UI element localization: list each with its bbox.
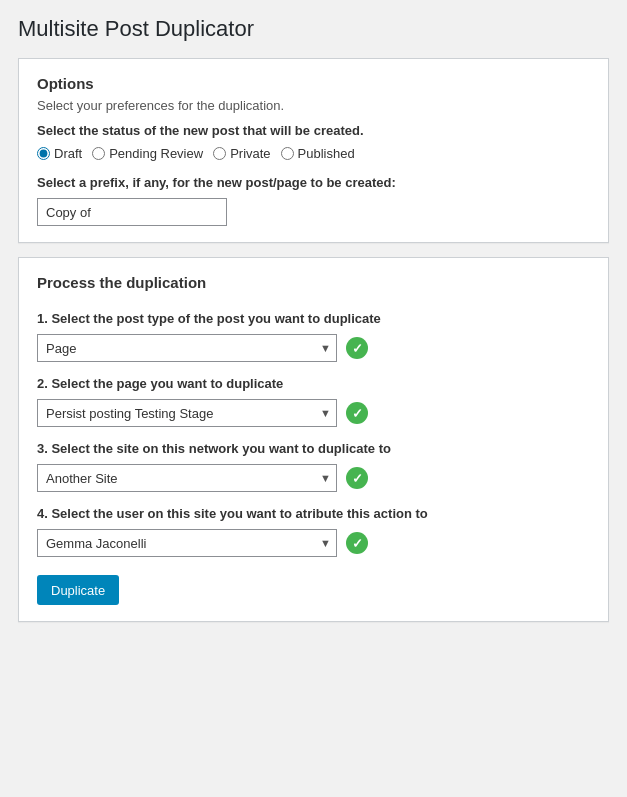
user-select[interactable]: Gemma Jaconelli Admin User Editor User [37,529,337,557]
step2-check-circle [346,402,368,424]
radio-published-input[interactable] [281,147,294,160]
step4-check-icon [345,531,369,555]
radio-pending[interactable]: Pending Review [92,146,203,161]
step4-check-circle [346,532,368,554]
step2-row: Persist posting Testing Stage Home About… [37,399,590,427]
options-section-title: Options [37,75,590,92]
step3-check-circle [346,467,368,489]
process-section-title: Process the duplication [37,274,590,291]
step3-label: 3. Select the site on this network you w… [37,441,590,456]
radio-draft[interactable]: Draft [37,146,82,161]
step2-label: 2. Select the page you want to duplicate [37,376,590,391]
radio-draft-input[interactable] [37,147,50,160]
options-card: Options Select your preferences for the … [18,58,609,243]
step1-check-icon [345,336,369,360]
step1-row: Page Post Custom Post ▼ [37,334,590,362]
step4-label: 4. Select the user on this site you want… [37,506,590,521]
prefix-input[interactable] [37,198,227,226]
step4-row: Gemma Jaconelli Admin User Editor User ▼ [37,529,590,557]
radio-private-input[interactable] [213,147,226,160]
step4-select-wrapper: Gemma Jaconelli Admin User Editor User ▼ [37,529,337,557]
step2-select-wrapper: Persist posting Testing Stage Home About… [37,399,337,427]
prefix-label: Select a prefix, if any, for the new pos… [37,175,590,190]
radio-published-label: Published [298,146,355,161]
status-select-label: Select the status of the new post that w… [37,123,590,138]
step1-check-circle [346,337,368,359]
site-select[interactable]: Another Site Main Site Dev Site [37,464,337,492]
page-select[interactable]: Persist posting Testing Stage Home About [37,399,337,427]
step1-label: 1. Select the post type of the post you … [37,311,590,326]
radio-private[interactable]: Private [213,146,270,161]
radio-draft-label: Draft [54,146,82,161]
radio-published[interactable]: Published [281,146,355,161]
duplicate-button[interactable]: Duplicate [37,575,119,605]
step3-row: Another Site Main Site Dev Site ▼ [37,464,590,492]
post-type-select[interactable]: Page Post Custom Post [37,334,337,362]
step3-check-icon [345,466,369,490]
options-section-desc: Select your preferences for the duplicat… [37,98,590,113]
radio-pending-input[interactable] [92,147,105,160]
step1-select-wrapper: Page Post Custom Post ▼ [37,334,337,362]
radio-private-label: Private [230,146,270,161]
radio-pending-label: Pending Review [109,146,203,161]
process-card: Process the duplication 1. Select the po… [18,257,609,622]
step3-select-wrapper: Another Site Main Site Dev Site ▼ [37,464,337,492]
status-radio-group: Draft Pending Review Private Published [37,146,590,161]
step2-check-icon [345,401,369,425]
page-title: Multisite Post Duplicator [18,16,609,42]
